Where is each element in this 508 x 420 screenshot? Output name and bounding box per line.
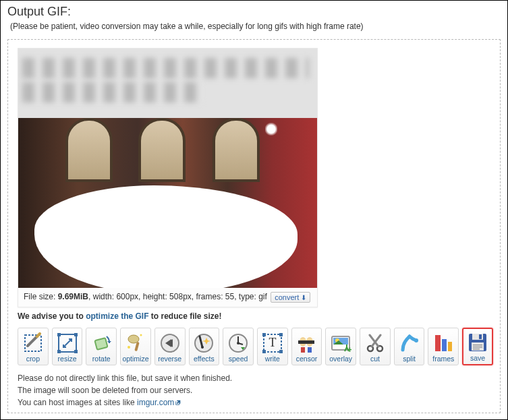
gif-preview[interactable] xyxy=(18,49,317,288)
split-icon xyxy=(399,332,420,354)
svg-point-10 xyxy=(140,334,142,336)
censor-button[interactable]: censor xyxy=(291,328,322,365)
convert-button-label: convert xyxy=(275,293,299,301)
censor-overlay xyxy=(34,185,298,288)
resize-label: resize xyxy=(58,355,77,363)
svg-rect-26 xyxy=(308,347,312,353)
note-line-1: Please do not directly link this file, b… xyxy=(18,372,493,384)
filesize-label: File size: xyxy=(24,292,55,301)
gif-scene xyxy=(18,118,317,288)
advice-pre: We advise you to xyxy=(18,311,86,321)
speed-label: speed xyxy=(229,355,248,363)
speed-icon xyxy=(227,332,249,354)
write-icon: T xyxy=(262,332,283,354)
save-label: save xyxy=(470,355,485,362)
gif-preview-card: File size: 9.69MiB, width: 600px, height… xyxy=(18,48,318,307)
split-button[interactable]: split xyxy=(394,328,425,365)
svg-point-13 xyxy=(201,346,204,349)
reverse-icon xyxy=(159,332,181,354)
effects-button[interactable]: effects xyxy=(189,328,220,365)
cut-button[interactable]: cut xyxy=(360,328,391,365)
censor-icon xyxy=(295,332,317,354)
effects-icon xyxy=(193,332,215,354)
svg-rect-35 xyxy=(442,339,447,351)
page-container: Output GIF: (Please be patient, video co… xyxy=(0,0,508,420)
frames-label: frames xyxy=(432,355,454,363)
section-title: Output GIF: xyxy=(7,5,501,19)
frames-button[interactable]: frames xyxy=(428,328,459,365)
svg-rect-18 xyxy=(279,333,283,336)
svg-point-12 xyxy=(195,334,213,352)
convert-button[interactable]: convert ⬇ xyxy=(271,292,310,303)
gif-metadata: File size: 9.69MiB, width: 600px, height… xyxy=(18,288,317,307)
section-subtitle: (Please be patient, video conversion may… xyxy=(10,22,501,31)
note-line-3: You can host images at sites like imgur.… xyxy=(18,396,493,409)
footer-notes: Please do not directly link this file, b… xyxy=(18,372,493,409)
save-button[interactable]: save xyxy=(462,328,493,365)
svg-text:+: + xyxy=(347,345,351,354)
svg-point-9 xyxy=(128,346,130,349)
svg-rect-6 xyxy=(95,338,108,350)
optimize-gif-link[interactable]: optimize the GIF xyxy=(86,311,148,321)
overlay-label: overlay xyxy=(329,355,352,363)
svg-rect-3 xyxy=(74,333,78,336)
svg-rect-5 xyxy=(74,350,78,353)
censor-label: censor xyxy=(296,355,318,363)
overlay-button[interactable]: +overlay xyxy=(325,328,356,365)
svg-rect-25 xyxy=(301,347,305,353)
optimize-icon xyxy=(125,332,146,354)
svg-rect-2 xyxy=(57,333,61,336)
crop-icon xyxy=(22,332,44,354)
speed-button[interactable]: speed xyxy=(223,328,254,365)
svg-point-33 xyxy=(414,338,418,342)
write-button[interactable]: Twrite xyxy=(257,328,288,365)
imgur-link[interactable]: imgur.com xyxy=(137,398,174,407)
resize-icon xyxy=(57,332,78,354)
svg-rect-19 xyxy=(262,350,266,353)
svg-rect-4 xyxy=(57,350,61,353)
optimize-label: optimize xyxy=(122,355,148,363)
note-line-2: The image will soon be deleted from our … xyxy=(18,384,493,396)
download-icon: ⬇ xyxy=(301,294,306,301)
dimensions-text: , width: 600px, height: 508px, frames: 5… xyxy=(88,292,267,301)
save-icon xyxy=(467,332,488,353)
svg-text:T: T xyxy=(269,336,276,349)
svg-rect-17 xyxy=(262,333,266,336)
svg-rect-34 xyxy=(435,335,441,351)
output-panel: File size: 9.69MiB, width: 600px, height… xyxy=(7,39,501,413)
rotate-button[interactable]: rotate xyxy=(86,328,117,365)
tool-toolbar: cropresizerotateoptimizereverseeffectssp… xyxy=(18,328,493,365)
crop-button[interactable]: crop xyxy=(18,328,49,365)
filesize-value: 9.69MiB xyxy=(58,292,88,301)
svg-rect-24 xyxy=(298,340,314,344)
svg-rect-41 xyxy=(473,344,482,346)
reverse-label: reverse xyxy=(158,355,181,363)
svg-rect-0 xyxy=(25,335,41,351)
split-label: split xyxy=(403,355,416,363)
effects-label: effects xyxy=(194,355,215,363)
svg-rect-39 xyxy=(479,334,482,339)
svg-rect-20 xyxy=(279,350,283,353)
crop-label: crop xyxy=(26,355,40,363)
svg-point-7 xyxy=(128,335,139,343)
reverse-button[interactable]: reverse xyxy=(154,328,186,365)
cut-label: cut xyxy=(370,355,380,363)
caption-blurred xyxy=(18,49,317,118)
frames-icon xyxy=(432,332,454,354)
cut-icon xyxy=(364,332,386,354)
advice-post: to reduce file size! xyxy=(148,311,221,321)
write-label: write xyxy=(265,355,280,363)
svg-rect-42 xyxy=(473,347,482,348)
optimize-button[interactable]: optimize xyxy=(120,328,151,365)
rotate-icon xyxy=(90,332,112,354)
overlay-icon: + xyxy=(330,332,351,354)
optimize-advice: We advise you to optimize the GIF to red… xyxy=(18,311,493,321)
rotate-label: rotate xyxy=(92,355,111,363)
external-link-icon xyxy=(175,399,181,406)
svg-rect-36 xyxy=(448,342,452,351)
resize-button[interactable]: resize xyxy=(52,328,83,365)
note-line-3-pre: You can host images at sites like xyxy=(18,398,137,407)
svg-rect-43 xyxy=(473,349,480,350)
